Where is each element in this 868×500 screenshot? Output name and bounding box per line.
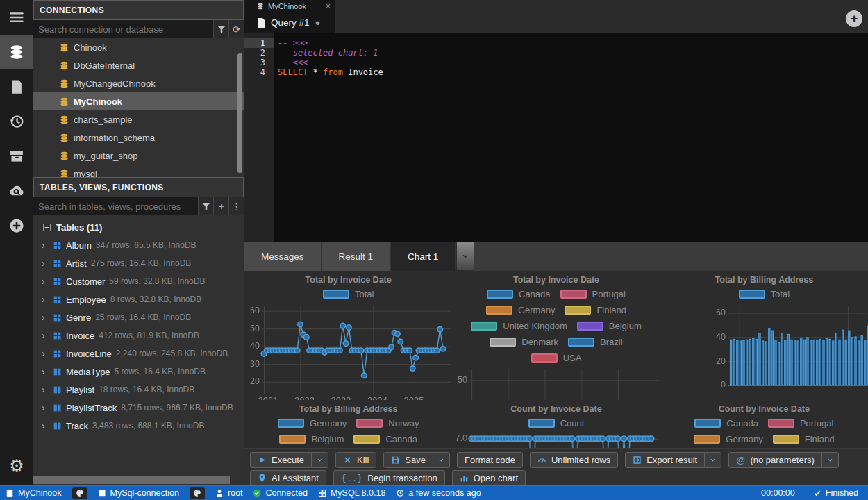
table-icon bbox=[53, 349, 62, 358]
table-row-Genre[interactable]: ›Genre25 rows, 16.4 KB, InnoDB bbox=[33, 308, 244, 326]
new-tab-button[interactable]: + bbox=[846, 10, 862, 27]
table-row-InvoiceLine[interactable]: ›InvoiceLine2,240 rows, 245.8 KB, InnoDB bbox=[33, 344, 244, 362]
table-row-Playlist[interactable]: ›Playlist18 rows, 16.4 KB, InnoDB bbox=[33, 381, 244, 399]
chevron-right-icon[interactable]: › bbox=[42, 330, 49, 341]
connections-scrollbar[interactable] bbox=[237, 53, 242, 173]
kill-button[interactable]: Kill bbox=[335, 452, 376, 468]
table-row-MediaType[interactable]: ›MediaType5 rows, 16.4 KB, InnoDB bbox=[33, 362, 244, 381]
connections-search-input[interactable] bbox=[33, 20, 213, 38]
table-meta: 25 rows, 16.4 KB, InnoDB bbox=[95, 312, 191, 322]
menu-icon[interactable] bbox=[0, 0, 33, 35]
table-row-Album[interactable]: ›Album347 rows, 65.5 KB, InnoDB bbox=[33, 236, 244, 254]
collapse-icon[interactable]: − bbox=[43, 224, 51, 231]
connection-item-mysql[interactable]: mysql bbox=[33, 165, 244, 177]
connections-filter-button[interactable] bbox=[213, 20, 228, 38]
chevron-down-icon[interactable] bbox=[433, 453, 449, 467]
close-icon[interactable]: × bbox=[326, 1, 331, 11]
tab-list-dropdown-button[interactable] bbox=[456, 242, 474, 271]
button-label: Open chart bbox=[474, 473, 518, 483]
connection-item-MyChinook[interactable]: MyChinook bbox=[33, 92, 244, 110]
tab-query-1[interactable]: Query #1 ● bbox=[244, 12, 335, 33]
play-icon bbox=[258, 456, 267, 465]
chart-legend: Count bbox=[452, 414, 660, 431]
table-meta: 8 rows, 32.8 KB, InnoDB bbox=[110, 294, 201, 304]
open-chart-button[interactable]: Open chart bbox=[452, 470, 526, 486]
begin-transaction-button[interactable]: {..}Begin transaction bbox=[333, 470, 445, 486]
chart-legend: GermanyNorwayBelgiumCanadaUSA bbox=[244, 414, 452, 448]
chevron-right-icon[interactable]: › bbox=[42, 312, 49, 323]
line-number: 1 bbox=[244, 38, 274, 48]
sql-editor[interactable]: ▶1-- >>>2-- selected-chart: 13-- <<<4SEL… bbox=[244, 33, 868, 242]
connection-item-DbGateInternal[interactable]: DbGateInternal bbox=[33, 56, 244, 74]
history-icon[interactable] bbox=[0, 104, 33, 139]
export-result-button[interactable]: Export result bbox=[625, 452, 721, 468]
tables-add-button[interactable]: ＋ bbox=[213, 197, 228, 215]
file-icon[interactable] bbox=[0, 69, 33, 104]
chevron-right-icon[interactable]: › bbox=[42, 258, 49, 269]
chevron-down-icon[interactable] bbox=[821, 453, 838, 467]
connection-item-MyChangedChinook[interactable]: MyChangedChinook bbox=[33, 74, 244, 92]
database-icon[interactable] bbox=[0, 35, 33, 69]
chevron-down-icon[interactable] bbox=[311, 453, 328, 467]
table-name: Customer bbox=[66, 276, 105, 287]
chevron-right-icon[interactable]: › bbox=[42, 366, 49, 377]
ai-assistant-button[interactable]: AI Assistant bbox=[250, 470, 326, 486]
connection-color-badge[interactable] bbox=[190, 488, 205, 499]
tables-menu-button[interactable]: ⋮ bbox=[228, 197, 244, 215]
code-line-3: 3-- <<< bbox=[244, 58, 868, 67]
no-parameters-button[interactable]: @(no parameters) bbox=[728, 452, 839, 468]
status-palette[interactable] bbox=[72, 488, 87, 499]
query-toolbar: ExecuteKillSaveFormat codeUnlimited rows… bbox=[244, 448, 868, 485]
legend-item-germany: Germany bbox=[694, 431, 762, 447]
table-row-Invoice[interactable]: ›Invoice412 rows, 81.9 KB, InnoDB bbox=[33, 326, 244, 344]
unlimited-rows-button[interactable]: Unlimited rows bbox=[530, 452, 618, 468]
execute-button[interactable]: Execute bbox=[250, 452, 328, 468]
tables-filter-button[interactable] bbox=[198, 197, 213, 215]
status-palette[interactable] bbox=[190, 488, 205, 499]
table-row-Artist[interactable]: ›Artist275 rows, 16.4 KB, InnoDB bbox=[33, 254, 244, 272]
connection-item-information_schema[interactable]: information_schema bbox=[33, 128, 244, 147]
chevron-right-icon[interactable]: › bbox=[42, 276, 49, 287]
connection-color-badge[interactable] bbox=[72, 488, 87, 499]
database-icon bbox=[257, 3, 264, 10]
plus-circle-icon[interactable] bbox=[0, 208, 33, 243]
legend-item-united-kingdom: United Kingdom bbox=[471, 318, 567, 334]
chevron-right-icon[interactable]: › bbox=[42, 240, 49, 251]
format-code-button[interactable]: Format code bbox=[457, 452, 523, 468]
chevron-right-icon[interactable]: › bbox=[42, 294, 49, 305]
legend-item-total: Total bbox=[739, 286, 790, 302]
tab-mychinook[interactable]: MyChinook × bbox=[244, 0, 335, 12]
table-name: Album bbox=[66, 240, 92, 251]
status-label: MySql-connection bbox=[110, 488, 179, 498]
chevron-right-icon[interactable]: › bbox=[42, 402, 49, 413]
chevron-right-icon[interactable]: › bbox=[42, 420, 49, 431]
connection-item-my_guitar_shop[interactable]: my_guitar_shop bbox=[33, 147, 244, 165]
tab-result-1[interactable]: Result 1 bbox=[322, 242, 392, 271]
status-mysql-connection[interactable]: MySql-connection bbox=[98, 488, 179, 498]
connection-label: MyChinook bbox=[74, 97, 122, 107]
chevron-right-icon[interactable]: › bbox=[42, 384, 49, 395]
connection-item-Chinook[interactable]: Chinook bbox=[33, 38, 244, 56]
tables-search-input[interactable] bbox=[33, 197, 198, 215]
table-row-Customer[interactable]: ›Customer59 rows, 32.8 KB, InnoDB bbox=[33, 272, 244, 290]
archive-icon[interactable] bbox=[0, 139, 33, 174]
table-row-Track[interactable]: ›Track3,483 rows, 688.1 KB, InnoDB bbox=[33, 417, 244, 435]
tab-chart-1[interactable]: Chart 1 bbox=[391, 242, 456, 271]
tables-search-row: ＋ ⋮ bbox=[33, 197, 244, 215]
chart-panel: Total by Billing Address Total bbox=[660, 271, 868, 400]
save-button[interactable]: Save bbox=[383, 452, 450, 468]
chevron-down-icon[interactable] bbox=[704, 453, 721, 467]
status-label: MySQL 8.0.18 bbox=[331, 488, 385, 498]
horizontal-scrollbar[interactable] bbox=[33, 476, 230, 484]
connections-refresh-button[interactable]: ⟳ bbox=[228, 20, 244, 38]
connection-item-charts_sample[interactable]: charts_sample bbox=[33, 110, 244, 128]
table-row-Employee[interactable]: ›Employee8 rows, 32.8 KB, InnoDB bbox=[33, 290, 244, 308]
table-meta: 8,715 rows, 966.7 KB, InnoDB bbox=[121, 403, 233, 412]
tab-messages[interactable]: Messages bbox=[244, 242, 322, 271]
chevron-right-icon[interactable]: › bbox=[42, 348, 49, 359]
tables-group-row[interactable]: − Tables (11) bbox=[33, 218, 244, 236]
status-mychinook[interactable]: MyChinook bbox=[6, 488, 62, 498]
table-row-PlaylistTrack[interactable]: ›PlaylistTrack8,715 rows, 966.7 KB, Inno… bbox=[33, 399, 244, 417]
gear-icon[interactable]: ⚙ bbox=[0, 452, 33, 480]
cloud-search-icon[interactable] bbox=[0, 174, 33, 208]
